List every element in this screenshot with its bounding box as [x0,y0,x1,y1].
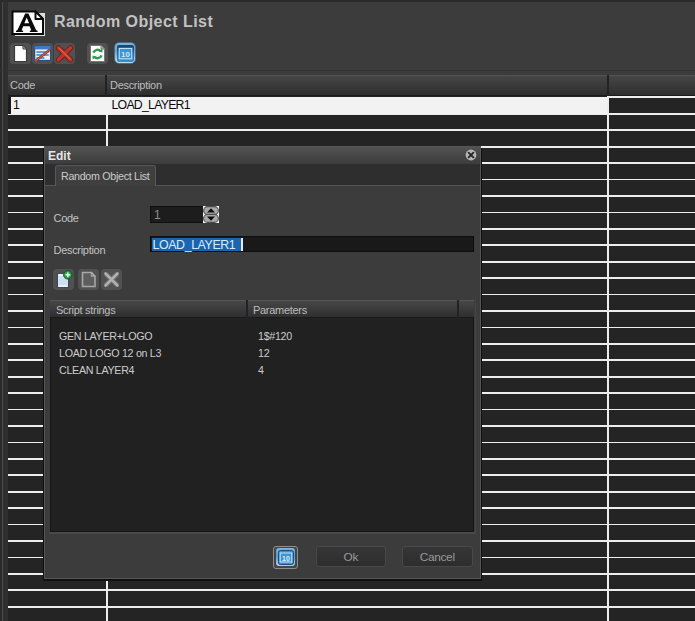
svg-text:10: 10 [282,554,290,561]
svg-text:10: 10 [121,49,130,58]
